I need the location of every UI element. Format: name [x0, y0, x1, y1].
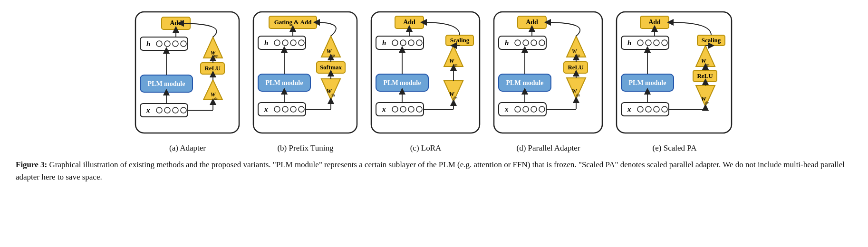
- diagram-pa-box: Add h W up ReLU W dn: [492, 10, 606, 140]
- svg-text:dn: dn: [453, 95, 458, 100]
- svg-text:PLM module: PLM module: [506, 79, 543, 86]
- svg-point-56: [299, 106, 304, 112]
- svg-text:h: h: [382, 39, 386, 47]
- svg-text:up: up: [330, 53, 335, 57]
- svg-point-103: [523, 40, 529, 46]
- label-adapter: (a) Adapter: [169, 143, 206, 153]
- diagram-scaled-pa: Add Scaling h W up ReLU: [614, 10, 735, 153]
- diagram-parallel-adapter: Add h W up ReLU W dn: [492, 10, 606, 153]
- caption-text: Graphical illustration of existing metho…: [16, 160, 845, 181]
- svg-text:ReLU: ReLU: [568, 64, 584, 71]
- figure-caption: Figure 3: Graphical illustration of exis…: [16, 159, 852, 184]
- svg-point-86: [400, 106, 406, 112]
- svg-point-155: [662, 106, 667, 112]
- svg-point-118: [515, 106, 521, 112]
- svg-text:x: x: [264, 105, 268, 113]
- svg-text:PLM module: PLM module: [265, 79, 303, 86]
- svg-point-154: [654, 106, 659, 112]
- svg-point-102: [515, 40, 521, 46]
- svg-text:Add: Add: [403, 19, 415, 26]
- svg-point-139: [662, 40, 667, 46]
- svg-text:dn: dn: [330, 93, 335, 97]
- svg-point-136: [637, 40, 643, 46]
- svg-point-88: [416, 106, 422, 112]
- svg-text:up: up: [453, 62, 458, 67]
- svg-text:up: up: [576, 53, 580, 57]
- diagram-prefix-tuning: Gating & Add h W up Softmax W dn: [251, 10, 360, 153]
- svg-text:Softmax: Softmax: [319, 64, 342, 71]
- svg-text:x: x: [382, 105, 386, 113]
- svg-text:h: h: [505, 39, 509, 47]
- svg-point-21: [156, 107, 162, 113]
- label-pa: (d) Parallel Adapter: [516, 143, 580, 153]
- diagram-adapter-box: Add h W up ReLU W dn: [133, 10, 242, 140]
- svg-text:Scaling: Scaling: [450, 37, 469, 44]
- label-lora: (c) LoRA: [410, 143, 442, 153]
- svg-point-119: [523, 106, 529, 112]
- svg-point-120: [531, 106, 537, 112]
- svg-point-85: [392, 106, 398, 112]
- svg-text:PLM module: PLM module: [628, 79, 666, 86]
- svg-point-153: [646, 106, 651, 112]
- svg-text:ReLU: ReLU: [204, 65, 221, 72]
- svg-point-73: [408, 40, 414, 46]
- svg-text:Scaling: Scaling: [701, 37, 721, 44]
- prefix-svg: Gating & Add h W up Softmax W dn: [251, 10, 360, 138]
- svg-point-24: [181, 107, 186, 113]
- svg-point-6: [164, 41, 170, 47]
- svg-text:Add: Add: [526, 19, 538, 26]
- svg-text:up: up: [705, 62, 710, 67]
- svg-point-71: [392, 40, 398, 46]
- svg-text:Gating & Add: Gating & Add: [274, 19, 312, 26]
- diagram-adapter: Add h W up ReLU W dn: [133, 10, 242, 153]
- pa-svg: Add h W up ReLU W dn: [492, 10, 606, 138]
- svg-point-74: [416, 40, 422, 46]
- svg-point-22: [164, 107, 170, 113]
- svg-text:h: h: [264, 39, 268, 47]
- diagram-spa-box: Add Scaling h W up ReLU: [614, 10, 735, 140]
- svg-point-53: [274, 106, 280, 112]
- svg-point-55: [290, 106, 296, 112]
- svg-point-40: [299, 40, 304, 46]
- svg-text:h: h: [627, 39, 631, 47]
- svg-text:dn: dn: [214, 96, 219, 101]
- svg-point-138: [654, 40, 659, 46]
- spa-svg: Add Scaling h W up ReLU: [614, 10, 735, 138]
- svg-point-38: [282, 40, 288, 46]
- svg-point-121: [539, 106, 545, 112]
- diagrams-row: Add h W up ReLU W dn: [14, 10, 854, 153]
- svg-point-23: [173, 107, 178, 113]
- svg-point-72: [400, 40, 406, 46]
- svg-point-87: [408, 106, 414, 112]
- svg-text:ReLU: ReLU: [697, 72, 713, 79]
- svg-text:dn: dn: [705, 100, 710, 105]
- svg-text:Add: Add: [648, 19, 661, 26]
- diagram-lora: Add Scaling h W up W dn: [369, 10, 483, 153]
- diagram-prefix-box: Gating & Add h W up Softmax W dn: [251, 10, 360, 140]
- svg-point-152: [637, 106, 643, 112]
- svg-point-7: [173, 41, 178, 47]
- svg-point-39: [290, 40, 296, 46]
- svg-point-8: [181, 41, 186, 47]
- svg-text:PLM module: PLM module: [147, 80, 185, 87]
- svg-text:PLM module: PLM module: [383, 79, 421, 86]
- label-prefix: (b) Prefix Tuning: [277, 143, 333, 153]
- svg-text:Add: Add: [170, 19, 182, 27]
- diagram-lora-box: Add Scaling h W up W dn: [369, 10, 483, 140]
- adapter-svg: Add h W up ReLU W dn: [133, 10, 242, 138]
- svg-point-137: [646, 40, 651, 46]
- svg-point-105: [539, 40, 545, 46]
- svg-point-5: [156, 41, 162, 47]
- svg-point-104: [531, 40, 537, 46]
- svg-point-37: [274, 40, 280, 46]
- svg-text:dn: dn: [576, 93, 580, 97]
- svg-text:x: x: [146, 106, 150, 114]
- svg-text:h: h: [146, 40, 150, 48]
- svg-text:x: x: [504, 105, 509, 113]
- caption-prefix: Figure 3:: [16, 160, 47, 169]
- lora-svg: Add Scaling h W up W dn: [369, 10, 483, 138]
- svg-text:up: up: [214, 53, 219, 58]
- svg-text:x: x: [627, 105, 631, 113]
- svg-point-54: [282, 106, 288, 112]
- label-spa: (e) Scaled PA: [653, 143, 697, 153]
